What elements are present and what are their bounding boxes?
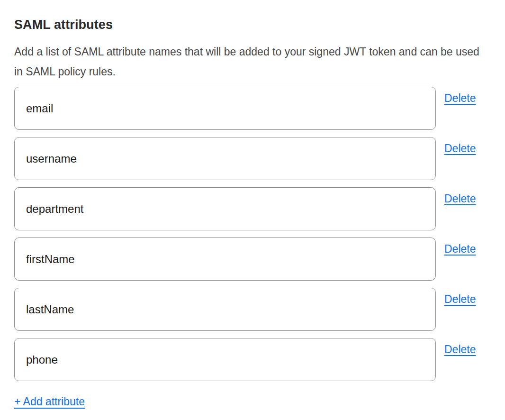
section-title: SAML attributes (14, 17, 491, 32)
attribute-input[interactable] (14, 187, 436, 230)
attribute-input[interactable] (14, 338, 436, 381)
attribute-row: Delete (14, 137, 491, 180)
attribute-row: Delete (14, 187, 491, 230)
add-attribute-link[interactable]: + Add attribute (14, 395, 85, 408)
delete-attribute-link[interactable]: Delete (444, 242, 476, 256)
delete-attribute-link[interactable]: Delete (444, 292, 476, 306)
delete-attribute-link[interactable]: Delete (444, 91, 476, 105)
delete-attribute-link[interactable]: Delete (444, 343, 476, 356)
attribute-row: Delete (14, 288, 491, 331)
saml-attributes-section: SAML attributes Add a list of SAML attri… (0, 0, 505, 420)
attribute-input[interactable] (14, 288, 436, 331)
delete-attribute-link[interactable]: Delete (444, 192, 476, 205)
attribute-input[interactable] (14, 137, 436, 180)
attribute-input[interactable] (14, 87, 436, 130)
attribute-row: Delete (14, 237, 491, 281)
attribute-input[interactable] (14, 237, 436, 281)
section-description: Add a list of SAML attribute names that … (14, 42, 491, 82)
delete-attribute-link[interactable]: Delete (444, 142, 476, 155)
attribute-row: Delete (14, 87, 491, 130)
attribute-row: Delete (14, 338, 491, 381)
